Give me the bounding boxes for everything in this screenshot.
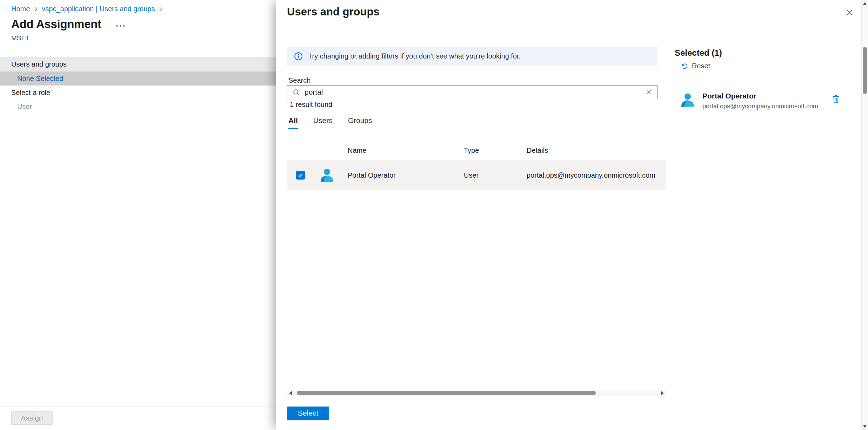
user-avatar-icon <box>319 167 335 184</box>
vertical-scrollbar-thumb[interactable] <box>863 47 867 94</box>
scroll-right-icon[interactable] <box>661 391 664 395</box>
sidebar-divider <box>666 37 666 391</box>
left-panel-footer: Assign <box>0 406 276 430</box>
page-title: Add Assignment <box>11 18 101 31</box>
search-input[interactable] <box>305 88 641 96</box>
chevron-right-icon <box>33 7 38 12</box>
flyout-title: Users and groups <box>287 6 380 18</box>
search-icon <box>292 88 300 96</box>
reset-button[interactable]: Reset <box>680 62 710 70</box>
column-header-type: Type <box>464 146 479 155</box>
clear-search-icon[interactable] <box>646 89 652 96</box>
select-role-section: Select a role <box>0 86 276 100</box>
panel-title-row: Add Assignment ⋯ <box>11 18 126 31</box>
users-groups-selected-row[interactable]: None Selected <box>0 71 276 86</box>
add-assignment-pane: Home vspc_application | Users and groups… <box>0 0 276 430</box>
select-role-label: Select a role <box>11 89 50 97</box>
trash-icon <box>831 94 841 104</box>
info-icon <box>294 52 303 61</box>
scroll-left-icon[interactable] <box>289 391 292 395</box>
filter-tabs: All Users Groups <box>288 116 388 129</box>
tab-groups[interactable]: Groups <box>348 116 372 129</box>
column-header-details: Details <box>527 146 548 155</box>
reset-label: Reset <box>692 62 710 70</box>
none-selected-link[interactable]: None Selected <box>17 75 63 83</box>
info-banner: Try changing or adding filters if you do… <box>287 47 657 66</box>
select-button[interactable]: Select <box>287 407 329 420</box>
users-groups-section: Users and groups <box>0 57 276 71</box>
selected-item-name: Portal Operator <box>702 92 756 100</box>
chevron-right-icon <box>158 7 163 12</box>
scroll-down-icon[interactable] <box>863 425 867 428</box>
users-and-groups-flyout: Users and groups Try changing or adding … <box>276 0 868 430</box>
selected-item-card: Portal Operator portal.ops@mycompany.onm… <box>679 86 848 117</box>
breadcrumb-home-link[interactable]: Home <box>11 5 30 13</box>
breadcrumb-app-link[interactable]: vspc_application | Users and groups <box>42 5 155 13</box>
role-user-link[interactable]: User <box>17 103 32 111</box>
role-value-row[interactable]: User <box>0 100 276 114</box>
row-checkbox[interactable] <box>296 171 305 180</box>
tab-all[interactable]: All <box>288 116 298 129</box>
page-subtitle: MSFT <box>11 34 29 42</box>
header-divider <box>287 37 852 37</box>
page: Home vspc_application | Users and groups… <box>0 0 868 430</box>
remove-selected-button[interactable] <box>831 94 841 105</box>
more-options-button[interactable]: ⋯ <box>115 22 126 29</box>
info-banner-text: Try changing or adding filters if you do… <box>308 52 521 60</box>
row-details: portal.ops@mycompany.onmicrosoft.com <box>527 171 655 179</box>
results-count: 1 result found <box>290 101 332 109</box>
assign-button[interactable]: Assign <box>11 411 53 425</box>
horizontal-scrollbar-thumb[interactable] <box>297 391 596 395</box>
user-avatar-icon <box>679 91 696 108</box>
users-groups-label: Users and groups <box>11 60 67 68</box>
row-name: Portal Operator <box>348 171 396 179</box>
tab-users[interactable]: Users <box>313 116 333 129</box>
horizontal-scrollbar[interactable] <box>287 390 666 396</box>
search-box <box>287 85 657 99</box>
undo-icon <box>680 62 688 70</box>
scroll-up-icon[interactable] <box>863 2 867 5</box>
search-label: Search <box>288 76 311 84</box>
selected-panel-title: Selected (1) <box>675 48 722 58</box>
close-icon[interactable] <box>844 8 855 18</box>
column-header-name: Name <box>348 146 366 155</box>
breadcrumb: Home vspc_application | Users and groups <box>11 5 167 13</box>
row-type: User <box>464 171 479 179</box>
vertical-scrollbar[interactable] <box>861 0 868 430</box>
selected-item-details: portal.ops@mycompany.onmicrosoft.com <box>702 103 818 110</box>
table-row[interactable]: Portal Operator User portal.ops@mycompan… <box>287 160 666 190</box>
